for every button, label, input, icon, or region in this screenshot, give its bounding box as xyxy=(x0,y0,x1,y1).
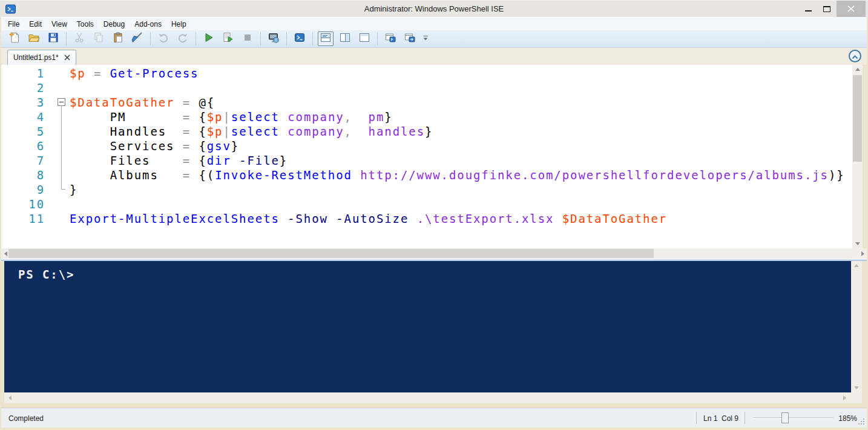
menu-item-file[interactable]: File xyxy=(3,18,24,30)
toolbar-options-button[interactable] xyxy=(421,31,430,46)
show-script-pane-top-button[interactable] xyxy=(318,31,334,46)
toolbar-separator xyxy=(196,32,196,45)
maximize-icon xyxy=(823,6,830,12)
minus-icon xyxy=(59,102,64,102)
cursor-position: Ln 1 Col 9 xyxy=(703,414,738,423)
new-remote-powershell-tab-button[interactable] xyxy=(266,31,281,46)
status-text: Completed xyxy=(8,414,44,423)
triangle-right-icon xyxy=(843,395,846,400)
minimize-button[interactable] xyxy=(800,1,817,17)
editor-vertical-scrollbar[interactable] xyxy=(852,65,863,248)
scroll-down-button[interactable] xyxy=(852,239,863,248)
new-remote-session-tab-icon xyxy=(404,31,416,46)
line-number-gutter: 1234567891011 xyxy=(1,66,45,226)
stop-operation-button[interactable] xyxy=(240,31,255,46)
minimize-icon xyxy=(805,10,812,12)
new-remote-session-tab-button[interactable] xyxy=(402,31,418,46)
tab-close-icon[interactable] xyxy=(64,55,70,61)
start-powershell-exe-button[interactable] xyxy=(292,31,307,46)
save-script-button[interactable] xyxy=(45,31,61,46)
line-number: 10 xyxy=(1,197,45,211)
console-horizontal-scrollbar[interactable] xyxy=(4,392,862,403)
menu-item-help[interactable]: Help xyxy=(166,18,191,30)
code-line xyxy=(70,197,850,211)
menu-item-tools[interactable]: Tools xyxy=(72,18,99,30)
run-script-button[interactable] xyxy=(201,31,217,46)
window-title: Administrator: Windows PowerShell ISE xyxy=(121,1,747,18)
line-number: 5 xyxy=(1,124,45,139)
triangle-up-icon xyxy=(855,68,860,71)
toolbar-separator xyxy=(66,32,67,45)
undo-button[interactable] xyxy=(156,31,171,46)
show-script-pane-maximized-icon xyxy=(358,31,370,46)
run-selection-button[interactable] xyxy=(220,31,236,46)
line-number: 2 xyxy=(1,81,45,95)
editor-horizontal-scrollbar[interactable] xyxy=(1,248,867,259)
scroll-thumb[interactable] xyxy=(853,75,862,162)
triangle-right-icon xyxy=(861,251,864,256)
status-divider xyxy=(745,412,745,424)
paste-button[interactable] xyxy=(110,31,126,46)
toolbar-separator xyxy=(377,32,378,45)
triangle-down-icon xyxy=(854,386,859,389)
code-line: Albums = {(Invoke-RestMethod http://www.… xyxy=(70,168,850,182)
scroll-up-button[interactable] xyxy=(852,65,863,74)
console-pane[interactable]: PS C:\> xyxy=(4,261,851,392)
resize-grip[interactable] xyxy=(856,417,865,425)
clear-console-pane-button[interactable] xyxy=(130,31,145,46)
zoom-slider-track[interactable] xyxy=(753,417,833,418)
zoom-slider-thumb[interactable] xyxy=(781,412,789,423)
copy-button[interactable] xyxy=(91,31,107,46)
redo-button[interactable] xyxy=(175,31,191,46)
new-script-icon xyxy=(8,31,21,46)
triangle-down-icon xyxy=(855,242,860,245)
scroll-thumb[interactable] xyxy=(8,249,654,258)
open-script-button[interactable] xyxy=(26,31,42,46)
triangle-left-icon xyxy=(8,395,12,400)
powershell-ise-icon xyxy=(5,4,16,14)
scroll-right-button[interactable] xyxy=(858,248,867,259)
open-script-icon xyxy=(28,31,40,46)
run-selection-icon xyxy=(222,31,234,46)
show-script-pane-right-button[interactable] xyxy=(337,31,353,46)
scroll-up-button[interactable] xyxy=(851,261,862,270)
cut-icon xyxy=(73,31,85,46)
close-button[interactable] xyxy=(837,1,866,17)
cut-button[interactable] xyxy=(71,31,87,46)
menu-item-debug[interactable]: Debug xyxy=(99,18,130,30)
toolbar xyxy=(1,30,867,48)
show-script-pane-maximized-button[interactable] xyxy=(357,31,372,46)
line-number: 3 xyxy=(1,95,45,110)
script-tab[interactable]: Untitled1.ps1* xyxy=(7,50,76,65)
scroll-right-button[interactable] xyxy=(840,392,849,403)
console-vertical-scrollbar[interactable] xyxy=(851,261,862,392)
line-number: 4 xyxy=(1,110,45,124)
titlebar: Administrator: Windows PowerShell ISE xyxy=(0,0,868,17)
code-line: PM = {$p|select company, pm} xyxy=(70,110,850,124)
grip-dots-icon xyxy=(863,423,864,425)
maximize-button[interactable] xyxy=(818,1,835,17)
scroll-left-button[interactable] xyxy=(5,392,14,403)
menu-item-add-ons[interactable]: Add-ons xyxy=(130,18,166,30)
code-area[interactable]: $p = Get-Process$DataToGather = @{ PM = … xyxy=(70,66,850,226)
menu-item-edit[interactable]: Edit xyxy=(24,18,47,30)
new-script-button[interactable] xyxy=(7,31,22,46)
undo-icon xyxy=(157,31,169,46)
line-number: 8 xyxy=(1,168,45,182)
scroll-down-button[interactable] xyxy=(851,383,862,392)
line-number: 6 xyxy=(1,139,45,153)
redo-icon xyxy=(177,31,189,46)
fold-guide-tick xyxy=(61,189,65,190)
menu-item-view[interactable]: View xyxy=(47,18,72,30)
fold-collapse-toggle[interactable] xyxy=(58,98,65,106)
line-number: 7 xyxy=(1,153,45,168)
start-powershell-exe-icon xyxy=(294,31,306,46)
console-prompt: PS C:\> xyxy=(18,268,74,281)
script-editor[interactable]: 1234567891011 $p = Get-Process$DataToGat… xyxy=(1,65,863,248)
copy-icon xyxy=(93,31,105,46)
new-powershell-tab-button[interactable] xyxy=(383,31,398,46)
collapse-script-pane-button[interactable] xyxy=(849,50,861,62)
save-script-icon xyxy=(47,31,59,46)
tabstrip: Untitled1.ps1* xyxy=(1,48,867,65)
code-line: Services = {gsv} xyxy=(70,139,850,153)
